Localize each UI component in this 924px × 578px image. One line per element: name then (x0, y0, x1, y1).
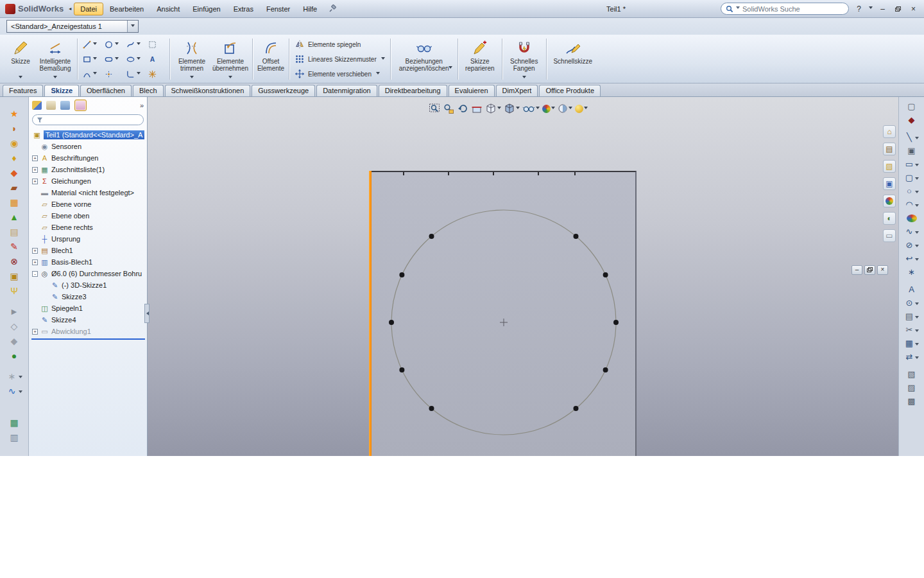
circle-tool[interactable] (102, 37, 123, 51)
menu-datei[interactable]: Datei (74, 3, 103, 15)
left-tool-7[interactable]: ▦ (8, 195, 20, 209)
tree-item-zuschnittsliste[interactable]: + ▦ Zuschnittsliste(1) (30, 164, 147, 175)
selected-edge-highlight[interactable] (369, 171, 372, 456)
tree-expand-toggle[interactable] (32, 317, 38, 323)
tree-item-spiegeln1[interactable]: ◫ Spiegeln1 (30, 302, 147, 314)
repair-sketch-button[interactable]: Skizze reparieren (461, 37, 499, 82)
convert-entities-button[interactable]: Elemente übernehmen (212, 37, 249, 82)
tree-item-beschriftungen[interactable]: + A Beschriftungen (30, 152, 147, 164)
tree-expand-toggle[interactable] (32, 202, 38, 207)
right-tool-erase[interactable]: ◆ (907, 113, 917, 127)
tree-item-gleichungen[interactable]: + Σ Gleichungen (30, 175, 147, 187)
tree-expand-toggle[interactable] (32, 213, 38, 219)
right-tool-rectangle[interactable]: ▭ (904, 157, 919, 171)
right-tool-point[interactable]: ⊙ (904, 296, 919, 310)
menu-extras[interactable]: Extras (227, 3, 260, 15)
apply-scene-button[interactable] (558, 102, 572, 115)
tree-expand-toggle[interactable] (32, 306, 38, 311)
configurationmanager-tab-icon[interactable] (60, 101, 70, 110)
tree-item-material[interactable]: ▬ Material <nicht festgelegt> (30, 187, 147, 198)
tree-expand-toggle[interactable]: + (32, 179, 38, 184)
featuremanager-tab-icon[interactable] (32, 101, 42, 110)
tree-item-ursprung[interactable]: ┼ Ursprung (30, 233, 147, 245)
tree-expand-toggle[interactable]: + (32, 248, 38, 254)
left-tool-11[interactable]: ⊗ (8, 254, 20, 268)
tab-dimxpert[interactable]: DimXpert (496, 85, 538, 96)
tree-item-basis-blech1[interactable]: + ▥ Basis-Blech1 (30, 256, 147, 268)
tree-expand-toggle[interactable]: + (32, 329, 38, 335)
right-tool-spline[interactable]: ∿ (904, 225, 919, 238)
doc-minimize-button[interactable]: – (851, 265, 862, 275)
tree-filter-box[interactable] (32, 114, 144, 125)
linear-pattern-chevron-icon[interactable] (381, 57, 385, 62)
tree-expand-toggle[interactable] (42, 294, 48, 300)
right-tool-arrow[interactable]: ↩ (904, 252, 919, 265)
left-tool-8[interactable]: ▲ (8, 209, 20, 224)
edit-appearance-button[interactable] (542, 102, 555, 115)
propertymanager-tab-icon[interactable] (46, 101, 56, 110)
tab-schweisskonstruktionen[interactable]: Schweißkonstruktionen (165, 85, 251, 96)
right-tool-line[interactable]: ╲ (904, 130, 919, 144)
tab-evaluieren[interactable]: Evaluieren (449, 85, 495, 96)
tree-item-ebene-rechts[interactable]: ▱ Ebene rechts (30, 222, 147, 233)
mirror-entities-button[interactable]: Elemente spiegeln (293, 38, 386, 51)
text-tool[interactable]: A (146, 52, 167, 66)
search-input[interactable] (742, 5, 844, 13)
tree-expand-toggle[interactable]: + (32, 155, 38, 161)
hide-show-items-button[interactable] (522, 102, 540, 115)
tab-blech[interactable]: Blech (133, 85, 164, 96)
display-state-dropdown[interactable]: <Standard>_Anzeigestatus 1 (6, 20, 139, 33)
tab-direktbearbeitung[interactable]: Direktbearbeitung (379, 85, 447, 96)
tree-expand-toggle[interactable]: + (32, 167, 38, 173)
menu-einfuegen[interactable]: Einfügen (186, 3, 227, 15)
fillet-tool[interactable] (124, 67, 145, 81)
display-relations-button[interactable]: Beziehungen anzeigen/löschen (394, 37, 454, 82)
part-face[interactable] (370, 171, 637, 456)
move-entities-button[interactable]: Elemente verschieben (293, 67, 386, 81)
tree-expand-toggle[interactable] (42, 283, 48, 288)
graphics-area[interactable]: ⌂ ▤ ▧ ▣ ● (148, 97, 898, 456)
tab-gusswerkzeuge[interactable]: Gusswerkzeuge (252, 85, 315, 96)
menu-fenster[interactable]: Fenster (260, 3, 296, 15)
tree-expand-toggle[interactable]: - (32, 271, 38, 277)
help-button[interactable]: ? (853, 4, 864, 13)
tab-features[interactable]: Features (3, 85, 43, 96)
right-tool-move[interactable]: ⇄ (904, 350, 919, 363)
conic-tool[interactable] (80, 67, 101, 81)
left-tool-12[interactable]: ▣ (8, 268, 20, 283)
ellipse-tool[interactable] (124, 52, 145, 66)
sketch-frame-tool[interactable] (146, 37, 167, 51)
previous-view-button[interactable] (457, 102, 468, 115)
menu-hilfe[interactable]: Hilfe (296, 3, 323, 15)
left-tool-3[interactable]: ◉ (8, 136, 20, 150)
right-tool-slot[interactable]: ▢ (904, 171, 919, 184)
left-tool-20[interactable]: ▦ (8, 415, 20, 430)
display-state-dropdown-arrow[interactable] (127, 21, 138, 32)
left-tool-17[interactable]: ● (8, 348, 20, 363)
left-tool-1[interactable]: ★ (8, 106, 20, 121)
tree-item-abwicklung1[interactable]: + ▭ Abwicklung1 (30, 326, 147, 337)
left-tool-10[interactable]: ✎ (8, 239, 20, 254)
right-tool-block[interactable]: ▣ (907, 144, 917, 157)
tree-item-skizze4[interactable]: ✎ Skizze4 (30, 314, 147, 326)
right-tool-trim[interactable]: ✂ (904, 323, 919, 337)
right-tool-pattern[interactable]: ▦ (904, 337, 919, 350)
doc-close-button[interactable]: × (877, 265, 888, 275)
tree-filter-input[interactable] (46, 116, 139, 124)
left-tool-21[interactable]: ▥ (8, 430, 20, 444)
search-scope-chevron-icon[interactable] (736, 6, 740, 11)
left-tool-14[interactable]: ► (8, 304, 20, 319)
left-tool-13[interactable]: Ψ (8, 283, 20, 298)
view-orientation-button[interactable] (485, 102, 501, 115)
rapid-sketch-button[interactable]: Schnellskizze (550, 37, 596, 82)
right-tool-sheet1[interactable]: ▧ (907, 367, 917, 381)
tree-expand-toggle[interactable]: + (32, 259, 38, 265)
trim-entities-button[interactable]: Elemente trimmen (173, 37, 210, 82)
display-style-button[interactable] (504, 102, 520, 115)
tree-item-blech1[interactable]: + ▤ Blech1 (30, 245, 147, 256)
tree-item-ebene-oben[interactable]: ▱ Ebene oben (30, 210, 147, 222)
right-tool-view[interactable]: ▢ (907, 100, 917, 113)
left-tool-4[interactable]: ♦ (8, 150, 20, 165)
zoom-area-button[interactable] (443, 102, 454, 115)
view-settings-button[interactable] (575, 102, 588, 115)
